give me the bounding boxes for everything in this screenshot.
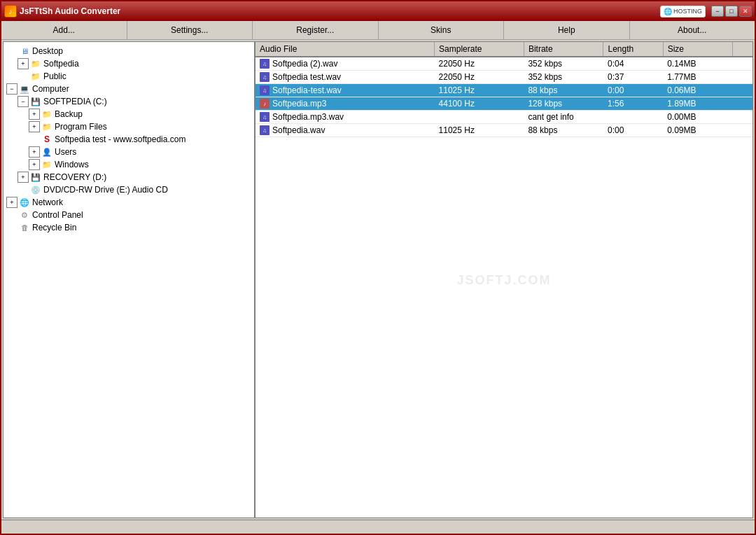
host-badge-text: HOSTING bbox=[673, 8, 702, 15]
drive-c-icon: 💾 bbox=[30, 96, 41, 107]
cell-samplerate: 22050 Hz bbox=[435, 71, 524, 84]
register-button[interactable]: Register... bbox=[253, 21, 379, 39]
filename-text: Softpedia.mp3 bbox=[272, 99, 326, 109]
softpedia-folder-icon: 📁 bbox=[30, 58, 41, 69]
table-row[interactable]: ♪ Softpedia.mp3 44100 Hz 128 kbps 1:56 1… bbox=[255, 97, 752, 111]
windows-label: Windows bbox=[55, 160, 89, 169]
cell-extra bbox=[733, 71, 752, 84]
tree-item-softpedia[interactable]: + 📁 Softpedia bbox=[4, 57, 254, 70]
file-type-icon: ♫ bbox=[260, 72, 270, 82]
tree-item-drive-d[interactable]: + 💾 RECOVERY (D:) bbox=[4, 171, 254, 183]
toolbar: Add... Settings... Register... Skins Hel… bbox=[1, 21, 755, 40]
softpedia-label: Softpedia bbox=[43, 59, 79, 69]
cell-filename: ♪ Softpedia.mp3 bbox=[255, 97, 435, 110]
computer-icon: 💻 bbox=[19, 83, 30, 95]
table-row[interactable]: ♫ Softpedia-test.wav 11025 Hz 88 kbps 0:… bbox=[255, 84, 752, 97]
cell-samplerate bbox=[435, 111, 524, 124]
col-samplerate[interactable]: Samplerate bbox=[435, 42, 524, 57]
windows-expand[interactable]: + bbox=[29, 159, 40, 170]
tree-item-recycle-bin[interactable]: 🗑 Recycle Bin bbox=[4, 221, 254, 234]
maximize-button[interactable]: □ bbox=[725, 6, 738, 17]
users-expand[interactable]: + bbox=[29, 146, 40, 158]
tree-item-backup[interactable]: + 📁 Backup bbox=[4, 108, 254, 120]
cell-extra bbox=[733, 57, 752, 71]
cell-samplerate: 11025 Hz bbox=[435, 84, 524, 97]
cell-bitrate: 88 kbps bbox=[524, 84, 603, 97]
cell-size: 1.77MB bbox=[663, 71, 732, 84]
tree-item-program-files[interactable]: + 📁 Program Files bbox=[4, 120, 254, 133]
filename-text: Softpedia-test.wav bbox=[272, 85, 342, 95]
filename-text: Softpedia (2).wav bbox=[272, 59, 337, 69]
close-button[interactable]: ✕ bbox=[739, 6, 752, 17]
file-tree[interactable]: 🖥 Desktop + 📁 Softpedia 📁 Public − bbox=[4, 42, 255, 517]
tree-item-softpedia-test[interactable]: S Softpedia test - www.softpedia.com bbox=[4, 133, 254, 146]
title-bar: ♪ JsFTtSh Audio Converter 🌐 HOSTING − □ … bbox=[1, 1, 755, 21]
col-size[interactable]: Size bbox=[663, 42, 732, 57]
add-button[interactable]: Add... bbox=[1, 21, 127, 39]
main-content: 🖥 Desktop + 📁 Softpedia 📁 Public − bbox=[3, 41, 753, 518]
drive-d-expand[interactable]: + bbox=[18, 172, 29, 183]
cell-filename: ♫ Softpedia-test.wav bbox=[255, 84, 435, 97]
tree-item-users[interactable]: + 👤 Users bbox=[4, 146, 254, 158]
cell-extra bbox=[733, 111, 752, 124]
cell-size: 0.09MB bbox=[663, 124, 732, 137]
col-extra bbox=[733, 42, 752, 57]
dvd-icon: 💿 bbox=[30, 184, 41, 195]
col-audio-file[interactable]: Audio File bbox=[255, 42, 435, 57]
skins-button[interactable]: Skins bbox=[379, 21, 505, 39]
cell-size: 0.06MB bbox=[663, 84, 732, 97]
backup-expand[interactable]: + bbox=[29, 109, 40, 120]
tree-item-public[interactable]: 📁 Public bbox=[4, 70, 254, 83]
dvd-spacer bbox=[18, 184, 29, 195]
col-length[interactable]: Length bbox=[603, 42, 663, 57]
cell-extra bbox=[733, 84, 752, 97]
program-files-expand[interactable]: + bbox=[29, 121, 40, 132]
cell-size: 0.00MB bbox=[663, 111, 732, 124]
cell-length: 0:04 bbox=[603, 57, 663, 71]
softpedia-expand[interactable]: + bbox=[18, 58, 29, 69]
tree-item-network[interactable]: + 🌐 Network bbox=[4, 196, 254, 209]
table-row[interactable]: ♫ Softpedia.wav 11025 Hz 88 kbps 0:00 0.… bbox=[255, 124, 752, 137]
filename-text: Softpedia test.wav bbox=[272, 72, 341, 82]
settings-button[interactable]: Settings... bbox=[127, 21, 253, 39]
control-spacer bbox=[6, 209, 18, 221]
computer-label: Computer bbox=[32, 84, 69, 94]
network-expand[interactable]: + bbox=[6, 197, 18, 208]
about-button[interactable]: About... bbox=[630, 21, 755, 39]
recycle-bin-label: Recycle Bin bbox=[32, 223, 76, 232]
cell-extra bbox=[733, 97, 752, 111]
cell-extra bbox=[733, 124, 752, 137]
expand-spacer bbox=[6, 46, 18, 57]
cell-filename: ♫ Softpedia.mp3.wav bbox=[255, 111, 435, 123]
tree-item-desktop[interactable]: 🖥 Desktop bbox=[4, 45, 254, 57]
desktop-label: Desktop bbox=[32, 46, 63, 56]
col-bitrate[interactable]: Bitrate bbox=[524, 42, 603, 57]
tree-item-windows[interactable]: + 📁 Windows bbox=[4, 158, 254, 171]
tree-item-computer[interactable]: − 💻 Computer bbox=[4, 83, 254, 95]
window-controls: − □ ✕ bbox=[711, 6, 752, 17]
tree-item-drive-c[interactable]: − 💾 SOFTPEDIA (C:) bbox=[4, 95, 254, 108]
file-type-icon: ♫ bbox=[260, 59, 270, 69]
softpedia-test-label: Softpedia test - www.softpedia.com bbox=[55, 134, 186, 144]
dvd-label: DVD/CD-RW Drive (E:) Audio CD bbox=[43, 185, 168, 195]
main-window: ♪ JsFTtSh Audio Converter 🌐 HOSTING − □ … bbox=[0, 0, 756, 535]
table-row[interactable]: ♫ Softpedia (2).wav 22050 Hz 352 kbps 0:… bbox=[255, 57, 752, 71]
drive-c-expand[interactable]: − bbox=[18, 96, 29, 107]
public-expand-spacer bbox=[18, 71, 29, 82]
table-row[interactable]: ♫ Softpedia test.wav 22050 Hz 352 kbps 0… bbox=[255, 71, 752, 84]
drive-c-label: SOFTPEDIA (C:) bbox=[43, 97, 107, 106]
help-button[interactable]: Help bbox=[504, 21, 630, 39]
minimize-button[interactable]: − bbox=[711, 6, 724, 17]
drive-d-label: RECOVERY (D:) bbox=[43, 172, 106, 182]
tree-item-dvd[interactable]: 💿 DVD/CD-RW Drive (E:) Audio CD bbox=[4, 183, 254, 196]
table-row[interactable]: ♫ Softpedia.mp3.wav cant get info 0.00MB bbox=[255, 111, 752, 124]
file-type-icon: ♫ bbox=[260, 112, 270, 122]
cell-length bbox=[603, 111, 663, 124]
file-table: Audio File Samplerate Bitrate Length Siz… bbox=[255, 42, 752, 137]
tree-item-control-panel[interactable]: ⚙ Control Panel bbox=[4, 209, 254, 221]
cell-bitrate: 352 kbps bbox=[524, 57, 603, 71]
cell-bitrate: cant get info bbox=[524, 111, 603, 124]
computer-expand[interactable]: − bbox=[6, 83, 18, 95]
recycle-bin-icon: 🗑 bbox=[19, 222, 30, 233]
cell-filename: ♫ Softpedia (2).wav bbox=[255, 57, 435, 70]
